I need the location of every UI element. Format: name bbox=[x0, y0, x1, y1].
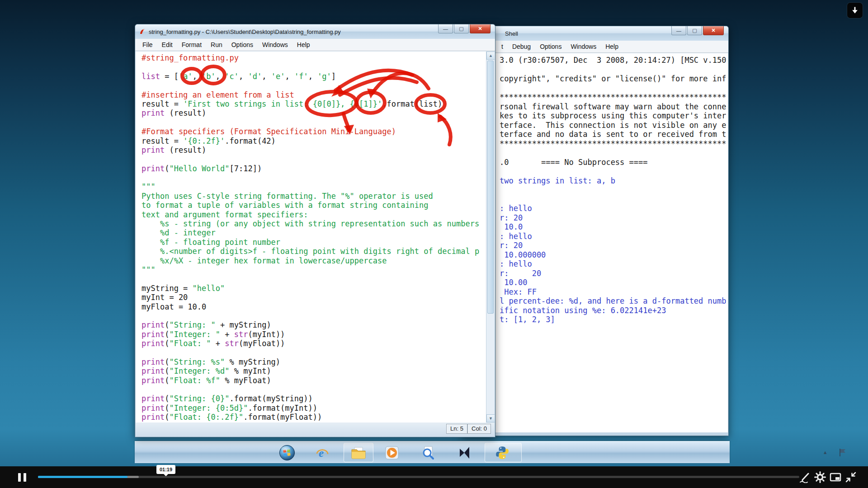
editor-menu-options[interactable]: Options bbox=[227, 41, 258, 48]
exit-fullscreen-icon bbox=[845, 471, 857, 483]
editor-close-button[interactable]: ✕ bbox=[470, 24, 491, 33]
settings-button[interactable] bbox=[814, 471, 826, 483]
shell-line: r: 20 bbox=[500, 241, 726, 250]
code-line: print("Integer: %d" % myInt) bbox=[142, 366, 485, 375]
shell-titlebar[interactable]: Shell — ▢ ✕ bbox=[462, 26, 728, 41]
scroll-up-icon[interactable]: ▲ bbox=[486, 52, 495, 60]
editor-menu-help[interactable]: Help bbox=[292, 41, 315, 48]
code-line bbox=[142, 348, 485, 357]
taskbar-item-visual-studio[interactable] bbox=[457, 445, 472, 460]
pause-button[interactable] bbox=[16, 472, 28, 483]
shell-line: ific notation using %e: 6.022141e+23 bbox=[500, 306, 726, 315]
shell-output: 3.0 (r30:67507, Dec 3 2008, 20:14:27) [M… bbox=[500, 56, 726, 324]
shell-line: : hello bbox=[500, 204, 726, 213]
shell-line: r: 20 bbox=[500, 269, 726, 278]
code-line bbox=[142, 385, 485, 394]
shell-menu-t[interactable]: t bbox=[497, 43, 508, 50]
picture-in-picture-icon bbox=[830, 471, 841, 483]
code-line: to format a tuple of variables with a fo… bbox=[142, 201, 485, 210]
start-button[interactable] bbox=[278, 444, 296, 461]
shell-line bbox=[500, 167, 726, 176]
shell-close-button[interactable]: ✕ bbox=[703, 26, 724, 35]
code-line: %s - string (or any object with string r… bbox=[142, 219, 485, 228]
editor-text-area[interactable]: #string_formatting.py list = ['a', 'b', … bbox=[136, 52, 495, 422]
progress-bar[interactable]: 01:19 bbox=[38, 476, 799, 478]
shell-line: : hello bbox=[500, 259, 726, 269]
shell-line: : hello bbox=[500, 232, 726, 241]
annotate-icon bbox=[799, 471, 811, 483]
taskbar-item-wmp[interactable] bbox=[384, 445, 400, 460]
python-icon bbox=[495, 446, 509, 460]
pip-button[interactable] bbox=[829, 471, 842, 483]
taskbar-item-explorer[interactable] bbox=[351, 445, 366, 460]
shell-menu-help[interactable]: Help bbox=[601, 43, 623, 50]
code-line: text and argument format specifiers: bbox=[142, 210, 485, 219]
shell-line: kes to its subprocess using this compute… bbox=[500, 111, 726, 121]
internet-explorer-icon: e bbox=[315, 446, 330, 460]
folder-icon bbox=[351, 446, 366, 460]
shell-menu-windows[interactable]: Windows bbox=[566, 43, 601, 50]
annotate-button[interactable] bbox=[798, 471, 811, 483]
tray-show-hidden-icon[interactable]: ▴ bbox=[824, 449, 827, 455]
taskbar-item-python[interactable] bbox=[495, 445, 510, 460]
shell-line: two strings in list: a, b bbox=[500, 176, 726, 186]
code-line: myInt = 20 bbox=[142, 293, 485, 302]
time-tooltip: 01:19 bbox=[156, 465, 175, 474]
video-frame: Shell — ▢ ✕ tDebugOptionsWindowsHelp 3.0… bbox=[0, 0, 868, 466]
code-line: print("String: %s" % myString) bbox=[142, 357, 485, 366]
editor-minimize-button[interactable]: — bbox=[438, 24, 453, 33]
shell-maximize-button[interactable]: ▢ bbox=[687, 26, 702, 35]
windows-taskbar: e bbox=[135, 441, 730, 463]
exit-fullscreen-button[interactable] bbox=[844, 471, 857, 483]
editor-titlebar[interactable]: string_formatting.py - C:\Users\Student\… bbox=[135, 24, 495, 39]
column-indicator: Col: 0 bbox=[467, 424, 491, 434]
media-player-icon bbox=[385, 446, 399, 460]
download-button[interactable] bbox=[847, 3, 863, 18]
code-line bbox=[142, 81, 485, 90]
progress-played bbox=[38, 476, 127, 478]
code-line: %d - integer bbox=[142, 228, 485, 237]
shell-line bbox=[500, 65, 726, 75]
shell-line: rsonal firewall software may warn about … bbox=[500, 102, 726, 112]
code-line: Python uses C-style string formatting. T… bbox=[142, 192, 485, 201]
shell-menu-options[interactable]: Options bbox=[535, 43, 566, 50]
shell-line: ****************************************… bbox=[500, 93, 726, 102]
scroll-down-icon[interactable]: ▼ bbox=[486, 414, 495, 422]
gear-icon bbox=[814, 471, 826, 483]
editor-menu-format[interactable]: Format bbox=[177, 41, 206, 48]
shell-line: r: 20 bbox=[500, 213, 726, 223]
svg-text:e: e bbox=[319, 447, 324, 459]
editor-menu-run[interactable]: Run bbox=[206, 41, 227, 48]
code-editor-content: #string_formatting.py list = ['a', 'b', … bbox=[142, 53, 485, 422]
scrollbar-thumb[interactable] bbox=[487, 61, 494, 314]
python-shell-window: Shell — ▢ ✕ tDebugOptionsWindowsHelp 3.0… bbox=[461, 26, 729, 436]
idle-editor-window: string_formatting.py - C:\Users\Student\… bbox=[135, 24, 495, 437]
shell-line bbox=[500, 185, 726, 195]
code-line: print("Float: %f" % myFloat) bbox=[142, 376, 485, 385]
code-line: print("String: " + myString) bbox=[142, 320, 485, 329]
code-line: print("Integer: " + str(myInt)) bbox=[142, 330, 485, 339]
shell-minimize-button[interactable]: — bbox=[671, 26, 686, 35]
editor-scrollbar[interactable]: ▲ ▼ bbox=[486, 52, 495, 422]
action-center-flag-icon[interactable] bbox=[838, 448, 846, 457]
shell-line: terface. This connection is not visible … bbox=[500, 121, 726, 130]
code-line: result = '{0:.2f}'.format(42) bbox=[142, 136, 485, 145]
editor-menu-windows[interactable]: Windows bbox=[258, 41, 292, 48]
search-icon bbox=[421, 446, 435, 460]
visual-studio-icon bbox=[457, 446, 472, 460]
taskbar-item-ie[interactable]: e bbox=[315, 445, 330, 460]
shell-line bbox=[500, 195, 726, 204]
editor-menu-edit[interactable]: Edit bbox=[157, 41, 177, 48]
editor-maximize-button[interactable]: ▢ bbox=[454, 24, 469, 33]
code-line: %x/%X - integer hex format in lowercase/… bbox=[142, 256, 485, 265]
player-controls-bar: 01:19 bbox=[0, 466, 868, 488]
code-line bbox=[142, 173, 485, 182]
editor-menu-file[interactable]: File bbox=[138, 41, 157, 48]
shell-text-area[interactable]: 3.0 (r30:67507, Dec 3 2008, 20:14:27) [M… bbox=[462, 53, 728, 432]
shell-line: terface and no data is sent to or receiv… bbox=[500, 130, 726, 139]
shell-window-title: Shell bbox=[505, 30, 518, 37]
taskbar-item-search[interactable] bbox=[420, 445, 436, 460]
shell-line: 10.000000 bbox=[500, 250, 726, 260]
shell-menu-debug[interactable]: Debug bbox=[508, 43, 535, 50]
shell-line: t: [1, 2, 3] bbox=[500, 315, 726, 324]
